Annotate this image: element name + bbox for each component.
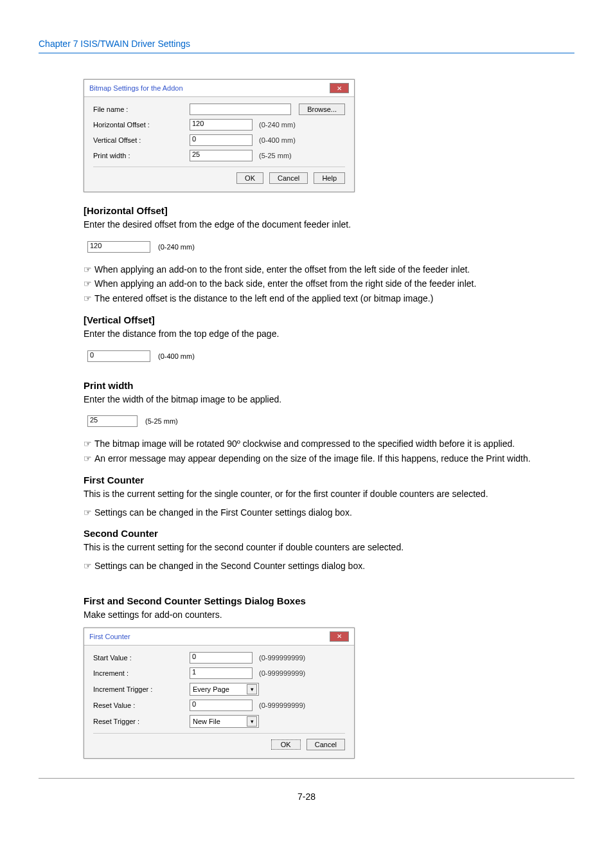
range-text: (0-999999999) xyxy=(259,701,305,709)
divider xyxy=(39,53,574,53)
dialog-title-text: Bitmap Settings for the Addon xyxy=(89,84,183,92)
horizontal-offset-input[interactable]: 120 xyxy=(190,119,253,131)
print-width-label: Print width : xyxy=(93,152,190,159)
vertical-offset-heading: [Vertical Offset] xyxy=(84,314,574,325)
browse-button[interactable]: Browse... xyxy=(299,104,345,115)
hand-icon: ☞ xyxy=(84,293,92,303)
hand-icon: ☞ xyxy=(84,507,92,518)
dialog-titlebar: Bitmap Settings for the Addon ✕ xyxy=(84,80,354,97)
vertical-offset-input[interactable]: 0 xyxy=(87,350,150,362)
increment-trigger-select[interactable]: Every Page▾ xyxy=(190,683,259,696)
increment-input[interactable]: 1 xyxy=(190,667,253,679)
reset-trigger-select[interactable]: New File▾ xyxy=(190,715,259,728)
note: ☞When applying an add-on to the front si… xyxy=(84,264,574,276)
dialog-titlebar: First Counter ✕ xyxy=(84,628,354,646)
ok-button[interactable]: OK xyxy=(271,739,301,750)
ok-button[interactable]: OK xyxy=(236,172,263,184)
filename-label: File name : xyxy=(93,105,190,113)
range-text: (0-999999999) xyxy=(259,669,305,677)
horizontal-offset-heading: [Horizontal Offset] xyxy=(84,205,574,216)
hand-icon: ☞ xyxy=(84,278,92,289)
hand-icon: ☞ xyxy=(84,561,92,571)
first-counter-heading: First Counter xyxy=(84,475,574,485)
chevron-down-icon: ▾ xyxy=(247,716,257,727)
breadcrumb: Chapter 7 ISIS/TWAIN Driver Settings xyxy=(39,39,574,49)
body-text: This is the current setting for the sing… xyxy=(84,488,574,500)
range-text: (0-999999999) xyxy=(259,654,305,662)
body-text: Enter the width of the bitmap image to b… xyxy=(84,393,574,406)
body-text: Enter the distance from the top edge of … xyxy=(84,328,574,340)
close-icon[interactable]: ✕ xyxy=(330,631,349,642)
reset-trigger-label: Reset Trigger : xyxy=(93,718,190,725)
range-text: (0-400 mm) xyxy=(158,352,195,360)
reset-value-label: Reset Value : xyxy=(93,701,190,709)
inline-field: 25 (5-25 mm) xyxy=(87,415,178,427)
start-value-label: Start Value : xyxy=(93,654,190,662)
range-text: (5-25 mm) xyxy=(145,417,178,425)
page-number: 7-28 xyxy=(39,779,574,815)
inline-field: 0 (0-400 mm) xyxy=(87,350,195,362)
range-text: (0-240 mm) xyxy=(158,243,195,251)
cancel-button[interactable]: Cancel xyxy=(269,172,308,184)
body-text: Enter the desired offset from the edge o… xyxy=(84,219,574,231)
chevron-down-icon: ▾ xyxy=(247,684,257,694)
help-button[interactable]: Help xyxy=(314,172,345,184)
horizontal-offset-label: Horizontal Offset : xyxy=(93,121,190,129)
body-text: Make settings for add-on counters. xyxy=(84,609,574,621)
range-text: (0-240 mm) xyxy=(259,121,296,129)
print-width-input[interactable]: 25 xyxy=(190,150,253,161)
bitmap-settings-dialog: Bitmap Settings for the Addon ✕ File nam… xyxy=(84,79,355,192)
first-counter-dialog: First Counter ✕ Start Value : 0 (0-99999… xyxy=(84,628,355,759)
horizontal-offset-input[interactable]: 120 xyxy=(87,241,150,253)
note: ☞The bitmap image will be rotated 90º cl… xyxy=(84,438,574,451)
hand-icon: ☞ xyxy=(84,439,92,449)
increment-trigger-label: Increment Trigger : xyxy=(93,685,190,693)
range-text: (0-400 mm) xyxy=(259,136,296,144)
range-text: (5-25 mm) xyxy=(259,152,292,159)
body-text: This is the current setting for the seco… xyxy=(84,541,574,554)
close-icon[interactable]: ✕ xyxy=(330,83,349,93)
inline-field: 120 (0-240 mm) xyxy=(87,241,195,253)
print-width-heading: Print width xyxy=(84,380,574,391)
second-counter-heading: Second Counter xyxy=(84,528,574,539)
increment-label: Increment : xyxy=(93,669,190,677)
dialog-title-text: First Counter xyxy=(89,633,130,640)
note: ☞An error message may appear depending o… xyxy=(84,453,574,466)
note: ☞The entered offset is the distance to t… xyxy=(84,293,574,305)
cancel-button[interactable]: Cancel xyxy=(306,739,345,750)
reset-value-input[interactable]: 0 xyxy=(190,700,253,711)
note: ☞Settings can be changed in the First Co… xyxy=(84,507,574,520)
vertical-offset-label: Vertical Offset : xyxy=(93,136,190,144)
start-value-input[interactable]: 0 xyxy=(190,652,253,664)
note: ☞Settings can be changed in the Second C… xyxy=(84,560,574,573)
print-width-input[interactable]: 25 xyxy=(87,415,138,427)
counter-dialog-heading: First and Second Counter Settings Dialog… xyxy=(84,595,574,606)
filename-input[interactable] xyxy=(190,104,291,115)
note: ☞When applying an add-on to the back sid… xyxy=(84,278,574,291)
vertical-offset-input[interactable]: 0 xyxy=(190,134,253,146)
hand-icon: ☞ xyxy=(84,453,92,464)
hand-icon: ☞ xyxy=(84,264,92,275)
